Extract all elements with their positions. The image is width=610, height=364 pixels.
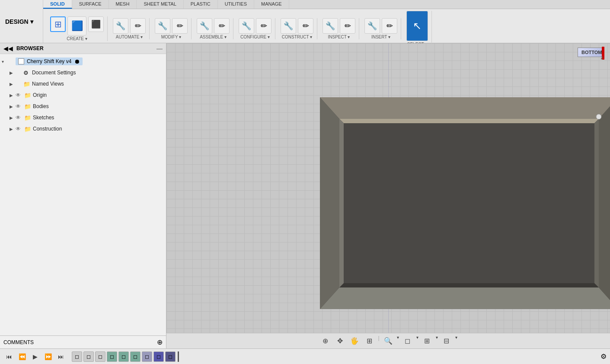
tab-manage[interactable]: MANAGE	[254, 0, 289, 9]
tab-group: SOLIDSURFACEMESHSHEET METALPLASTICUTILIT…	[43, 0, 610, 43]
configure-btn-1[interactable]: ✏	[256, 18, 271, 34]
automate-btn-0[interactable]: 🔧	[113, 18, 128, 34]
timeline-item-4[interactable]: ◻	[107, 351, 117, 362]
comments-label: COMMENTS	[3, 339, 34, 345]
design-button[interactable]: DESIGN ▾	[0, 0, 43, 43]
tree-arrow-6[interactable]: ▶	[10, 127, 16, 131]
timeline-marker	[178, 351, 179, 362]
tree-item-label-2: Named Views	[32, 81, 64, 87]
display-mode-btn[interactable]: ◻	[402, 335, 414, 347]
insert-btn-0[interactable]: 🔧	[364, 18, 380, 34]
create-extrude-btn[interactable]: 🟦	[67, 16, 86, 35]
fit-tool-btn[interactable]: ⊞	[363, 335, 375, 347]
skip-end-btn[interactable]: ⏭	[55, 351, 67, 362]
view-cube-label: BOTTOM	[581, 50, 602, 55]
timeline-item-6[interactable]: ◻	[130, 351, 141, 362]
browser-title: BROWSER	[16, 45, 153, 51]
tab-sheet-metal[interactable]: SHEET METAL	[137, 0, 183, 9]
tree-arrow-3[interactable]: ▶	[10, 93, 16, 98]
collapse-arrow[interactable]: ◀◀	[3, 45, 13, 52]
main-toolbar: DESIGN ▾ SOLIDSURFACEMESHSHEET METALPLAS…	[0, 0, 610, 43]
view-dropdown[interactable]: ▾	[397, 335, 399, 347]
tree-arrow-4[interactable]: ▶	[10, 104, 16, 109]
inspect-btn-1[interactable]: ✏	[340, 18, 355, 34]
view-cube[interactable]: BOTTOM Z	[578, 48, 604, 57]
visibility-icon-3[interactable]: 👁	[16, 92, 23, 98]
construct-btn-0[interactable]: 🔧	[281, 18, 296, 34]
timeline-item-3[interactable]: ◻	[95, 351, 105, 362]
view-cube-face[interactable]: BOTTOM Z	[578, 48, 604, 57]
tree-item-document-settings[interactable]: ▶⚙Document Settings	[0, 67, 166, 78]
viewport-bottom-toolbar: ⊕ ✥ 🖐 ⊞ | 🔍 ▾ ◻ ▾ ⊞ ▾ ⊟ ▾	[166, 333, 610, 348]
tree-item-sketches[interactable]: ▶👁📁Sketches	[0, 112, 166, 123]
viewport[interactable]: BOTTOM Z ⊕ ✥ 🖐 ⊞ | 🔍 ▾ ◻ ▾ ⊞ ▾ ⊟ ▾	[166, 43, 610, 348]
3d-model-svg	[318, 95, 610, 311]
browser-collapse-btn[interactable]: —	[156, 45, 163, 52]
record-icon[interactable]: ⏺	[74, 58, 80, 65]
tree-item-label-6: Construction	[33, 126, 62, 132]
timeline-item-1[interactable]: ◻	[72, 351, 82, 362]
tree-item-bodies[interactable]: ▶👁📁Bodies	[0, 101, 166, 112]
construct-btn-1[interactable]: ✏	[298, 18, 313, 34]
tree-item-origin[interactable]: ▶👁📁Origin	[0, 89, 166, 101]
step-forward-btn[interactable]: ⏩	[42, 351, 54, 362]
tree-arrow-1[interactable]: ▶	[10, 70, 16, 75]
automate-btn-1[interactable]: ✏	[130, 18, 146, 34]
toolbar-buttons: ⊞🟦⬛CREATE ▾🔧✏AUTOMATE ▾🔧✏MODIFY ▾🔧✏ASSEM…	[43, 9, 610, 48]
display-dropdown[interactable]: ▾	[416, 335, 418, 347]
insert-btn-1[interactable]: ✏	[382, 18, 397, 34]
assemble-btn-1[interactable]: ✏	[214, 18, 230, 34]
pan-tool-btn[interactable]: ✥	[334, 335, 346, 347]
skip-start-btn[interactable]: ⏮	[3, 351, 15, 362]
visual-style-btn[interactable]: ⊟	[441, 335, 453, 347]
tree-checkbox[interactable]	[18, 58, 24, 64]
sidebar: ◀◀ BROWSER — ▾Cherry Shift Key v4⏺▶⚙Docu…	[0, 43, 166, 348]
tree-arrow-5[interactable]: ▶	[10, 115, 16, 120]
tree-item-cherry-shift-key-v4[interactable]: ▾Cherry Shift Key v4⏺	[0, 56, 166, 67]
toolgroup-inspect: 🔧✏INSPECT ▾	[319, 18, 359, 39]
timeline-item-5[interactable]: ◻	[118, 351, 129, 362]
tree-arrow-0[interactable]: ▾	[2, 59, 8, 64]
view-mode-btn[interactable]: 🔍	[382, 335, 394, 347]
gear-icon-1: ⚙	[23, 70, 31, 76]
visibility-icon-5[interactable]: 👁	[16, 115, 23, 121]
separator-1: |	[378, 335, 379, 347]
visibility-icon-4[interactable]: 👁	[16, 103, 23, 109]
tree-item-named-views[interactable]: ▶📁Named Views	[0, 78, 166, 89]
main-area: ◀◀ BROWSER — ▾Cherry Shift Key v4⏺▶⚙Docu…	[0, 43, 610, 348]
tree-arrow-2[interactable]: ▶	[10, 82, 16, 86]
modify-btn-1[interactable]: ✏	[172, 18, 188, 34]
timeline-item-8[interactable]: ◻	[153, 351, 164, 362]
timeline-item-9[interactable]: ◻	[165, 351, 176, 362]
visual-dropdown[interactable]: ▾	[455, 335, 457, 347]
grid-btn[interactable]: ⊞	[421, 335, 433, 347]
step-back-btn[interactable]: ⏪	[16, 351, 28, 362]
tab-mesh[interactable]: MESH	[109, 0, 137, 9]
tree-item-label-1: Document Settings	[32, 70, 76, 76]
timeline-item-7[interactable]: ◻	[142, 351, 152, 362]
browser-content: ▾Cherry Shift Key v4⏺▶⚙Document Settings…	[0, 54, 166, 335]
toolgroup-label-automate: AUTOMATE ▾	[116, 35, 143, 39]
tab-surface[interactable]: SURFACE	[72, 0, 109, 9]
visibility-icon-6[interactable]: 👁	[16, 126, 23, 132]
timeline-item-2[interactable]: ◻	[83, 351, 94, 362]
create-shell-btn[interactable]: ⬛	[88, 16, 104, 32]
tree-item-construction[interactable]: ▶👁📁Construction	[0, 123, 166, 134]
modify-btn-0[interactable]: 🔧	[155, 18, 170, 34]
orbit-tool-btn[interactable]: ⊕	[319, 335, 331, 347]
configure-btn-0[interactable]: 🔧	[239, 18, 254, 34]
create-new-btn[interactable]: ⊞	[50, 16, 66, 32]
inspect-btn-0[interactable]: 🔧	[323, 18, 338, 34]
tab-solid[interactable]: SOLID	[43, 0, 72, 9]
select-btn-main[interactable]: ↖	[406, 11, 428, 41]
design-label: DESIGN	[5, 18, 29, 25]
tab-plastic[interactable]: PLASTIC	[184, 0, 218, 9]
add-comment-btn[interactable]: ⊕	[157, 338, 163, 346]
tab-utilities[interactable]: UTILITIES	[218, 0, 254, 9]
settings-btn[interactable]: ⚙	[600, 352, 607, 361]
zoom-tool-btn[interactable]: 🖐	[348, 335, 361, 347]
grid-dropdown[interactable]: ▾	[436, 335, 438, 347]
svg-marker-2	[320, 287, 610, 309]
assemble-btn-0[interactable]: 🔧	[197, 18, 212, 34]
play-btn[interactable]: ▶	[29, 351, 41, 362]
